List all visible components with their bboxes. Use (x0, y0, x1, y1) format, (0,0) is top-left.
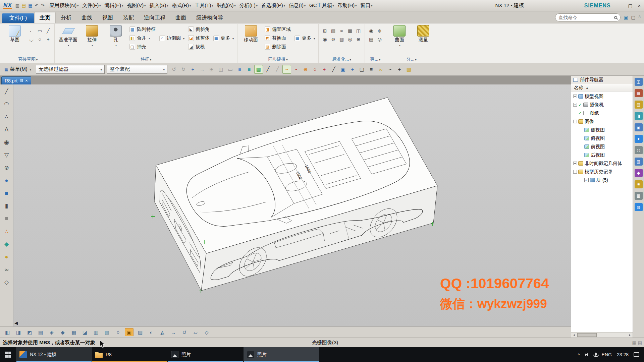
standardization-tool-icon[interactable]: ▤ (329, 27, 337, 35)
standardization-tool-icon[interactable]: ▥ (338, 35, 345, 43)
tree-item[interactable]: ✓ 图纸 (571, 109, 633, 117)
quick-access-icon[interactable]: ▦ (28, 3, 32, 8)
surface-tool-icon[interactable]: ◨ (14, 328, 23, 336)
extrude-button[interactable]: 拉伸 (81, 25, 103, 48)
menu-item[interactable]: 工具(T) (193, 2, 215, 9)
tree-item[interactable]: 前视图 (571, 142, 633, 151)
synchronous-more-button[interactable]: ▦更多 (293, 34, 316, 43)
offset-region-button[interactable]: ◨偏置区域 (264, 25, 292, 34)
surface-button[interactable]: 曲面 (388, 25, 411, 48)
toolbar-icon[interactable]: ⊞ (207, 65, 216, 74)
left-tool-icon[interactable]: A (5, 125, 8, 134)
menu-item[interactable]: 编辑(E) (103, 2, 125, 9)
part-tab-close-icon[interactable]: × (25, 78, 28, 83)
surface-tool-icon[interactable]: ▨ (136, 328, 145, 336)
standardization-tool-icon[interactable]: ⊚ (329, 35, 337, 43)
tree-item[interactable]: 侧视图 (571, 126, 633, 134)
toolbar-icon[interactable]: ▣ (339, 65, 347, 74)
resource-bar-icon[interactable]: ▦ (635, 89, 643, 97)
left-tool-icon[interactable]: ⊚ (4, 163, 9, 172)
expand-toggle-icon[interactable]: + (573, 103, 577, 107)
toolbar-icon[interactable]: + (189, 65, 197, 74)
navigator-horizontal-scrollbar[interactable]: ◂ ▸ (571, 332, 633, 338)
toolbar-icon[interactable]: → (198, 65, 207, 74)
menu-item[interactable]: GC工具箱 (308, 2, 336, 9)
ribbon-tab[interactable]: 主页 (34, 12, 56, 23)
left-tool-icon[interactable]: ● (5, 252, 8, 261)
toolbar-icon[interactable]: ↻ (179, 65, 188, 74)
standardization-tool-icon[interactable]: ◉ (321, 35, 329, 43)
quick-access-icon[interactable]: ↶ (35, 3, 39, 8)
expand-toggle-icon[interactable]: + (573, 95, 577, 98)
ribbon-tab[interactable]: 逆向工程 (139, 12, 170, 23)
toolbar-icon[interactable]: ≡ (367, 65, 376, 74)
standardization-tool-icon[interactable]: ⊞ (321, 27, 329, 35)
left-tool-icon[interactable]: ● (5, 176, 8, 185)
resource-bar-icon[interactable]: ▤ (635, 101, 643, 109)
shell-button[interactable]: ▢抽壳 (128, 43, 157, 51)
scrollbar-thumb[interactable] (577, 333, 597, 337)
toolbar-icon[interactable]: ⊕ (301, 65, 310, 74)
ribbon-tab[interactable]: 装配 (118, 12, 139, 23)
surface-tool-icon[interactable]: ◐ (147, 328, 156, 336)
search-icon[interactable] (614, 16, 617, 19)
resource-bar-icon[interactable]: ▣ (635, 123, 643, 131)
surface-tool-icon[interactable]: ◩ (25, 328, 34, 336)
fullscreen-icon[interactable]: ▣ (624, 15, 628, 20)
microphone-icon[interactable] (595, 353, 597, 356)
surface-tool-icon[interactable]: ◇ (202, 328, 211, 336)
surface-tool-icon[interactable]: → (169, 328, 178, 336)
standardization-tool-icon[interactable]: ⊕ (355, 35, 362, 43)
tree-item[interactable]: - 图像 (571, 117, 633, 126)
resource-bar-icon[interactable]: ● (635, 135, 643, 143)
expand-toggle-icon[interactable] (579, 128, 583, 132)
search-input[interactable] (558, 15, 614, 20)
left-tool-icon[interactable]: ∞ (4, 265, 8, 274)
sketch-tool-icon[interactable]: ◡ (28, 35, 35, 43)
group-label-analysis[interactable]: 分... (388, 56, 434, 63)
toolbar-icon[interactable]: ∞ (376, 65, 385, 74)
draft-button[interactable]: ◢拔模 (187, 43, 211, 51)
left-tool-icon[interactable]: ≡ (5, 214, 8, 223)
expand-toggle-icon[interactable] (579, 178, 583, 182)
spring-tool-icon[interactable]: ⊚ (376, 27, 383, 35)
left-tool-icon[interactable]: ◠ (4, 99, 9, 109)
toolbar-icon[interactable]: ↺ (170, 65, 178, 74)
taskbar-app[interactable]: R8 (92, 347, 168, 362)
surface-tool-icon[interactable]: ▱ (191, 328, 200, 336)
scroll-left-icon[interactable]: ◂ (571, 334, 577, 337)
standardization-tool-icon[interactable]: ◎ (346, 35, 354, 43)
toolbar-icon[interactable]: ~ (282, 65, 291, 74)
menu-item[interactable]: 帮助(H) (336, 2, 359, 9)
unite-button[interactable]: ◧合并 (128, 34, 157, 42)
toolbar-icon[interactable]: + (348, 65, 357, 74)
menu-item[interactable]: 分析(L) (237, 2, 259, 9)
language-indicator[interactable]: ENG (602, 352, 612, 357)
sketch-tool-icon[interactable]: ▭ (36, 27, 44, 35)
toolbar-icon[interactable]: ■ (235, 65, 244, 74)
group-label-spring[interactable]: 弹... (367, 56, 383, 63)
part-tab[interactable]: R8.prt × (1, 76, 31, 84)
taskbar-app[interactable]: 照片 (244, 347, 319, 362)
scroll-right-icon[interactable]: ▸ (627, 334, 633, 337)
list-icon[interactable]: ▤ (638, 340, 642, 345)
measure-button[interactable]: 测量 (412, 25, 434, 42)
move-face-button[interactable]: 移动面 (240, 25, 262, 42)
menu-item[interactable]: 应用模块(N) (48, 2, 80, 9)
left-tool-icon[interactable]: ▽ (4, 150, 9, 160)
ribbon-tab[interactable]: 曲面 (170, 12, 191, 23)
selection-scope-dropdown[interactable]: 整个装配 (107, 65, 167, 74)
feature-more-button[interactable]: ▦更多 (212, 34, 235, 43)
menu-item[interactable]: 装配(A) (215, 2, 237, 9)
minimize-button[interactable]: ─ (620, 3, 623, 8)
resource-bar-icon[interactable]: ◍ (635, 203, 643, 211)
close-button[interactable]: × (638, 3, 641, 8)
left-tool-icon[interactable]: ╱ (5, 86, 8, 96)
surface-tool-icon[interactable]: ▦ (69, 328, 78, 336)
spring-tool-icon[interactable]: ▤ (367, 35, 375, 43)
tree-item[interactable]: + 非时间戳记几何体 (571, 159, 633, 168)
tree-item[interactable]: - 模型历史记录 (571, 168, 633, 176)
toolbar-icon[interactable]: + (320, 65, 329, 74)
quick-access-icon[interactable]: ▥ (15, 3, 19, 8)
maximize-button[interactable]: ▢ (628, 3, 633, 8)
